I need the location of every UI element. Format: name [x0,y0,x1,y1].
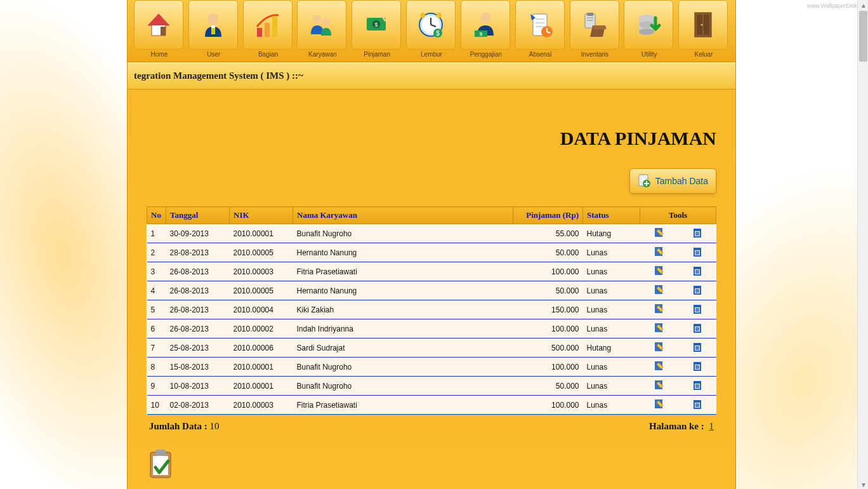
svg-point-18 [420,13,425,18]
toolbar-label: Karyawan [297,51,348,58]
jumlah-label: Jumlah Data : [149,421,207,431]
page-link-1[interactable]: 1 [709,421,714,431]
svg-marker-1 [148,14,169,25]
cell-nik: 2010.00002 [230,319,293,338]
col-status[interactable]: Status [583,207,640,224]
cell-nik: 2010.00001 [230,377,293,396]
edit-icon[interactable] [654,303,665,314]
edit-icon[interactable] [654,360,665,372]
content-area: DATA PINJAMAN Tambah Data No Tanggal NIK… [128,90,735,486]
toolbar-label: Utility [624,51,674,58]
jumlah-value: 10 [209,421,219,431]
cell-tanggal: 15-08-2013 [166,358,230,377]
cell-nama: Hernanto Nanung [293,243,513,262]
scroll-up-icon[interactable]: ▲ [860,2,866,8]
cell-tanggal: 28-08-2013 [166,243,230,262]
lembur-icon: $ [406,0,456,50]
edit-icon[interactable] [654,341,665,352]
svg-point-22 [480,13,490,23]
table-row: 326-08-20132010.00003Fitria Prasetiawati… [147,262,716,281]
penggajian-icon: $ [461,0,510,50]
inventaris-icon [570,0,619,50]
edit-icon[interactable] [654,284,665,295]
cell-nama: Hernanto Nanung [293,281,513,300]
cell-status: Lunas [583,396,640,415]
toolbar-label: Absensi [515,51,566,58]
system-banner: tegration Management System ( IMS ) ::~ [128,62,735,90]
cell-tanggal: 10-08-2013 [166,377,230,396]
cell-tanggal: 26-08-2013 [166,319,230,338]
cell-status: Lunas [583,281,640,300]
edit-icon[interactable] [654,227,665,238]
col-nik[interactable]: NIK [230,207,293,224]
edit-icon[interactable] [654,265,665,276]
delete-icon[interactable] [692,398,703,410]
toolbar-item-keluar[interactable]: Keluar [678,0,729,58]
delete-icon[interactable] [692,379,703,391]
delete-icon[interactable] [692,303,703,314]
edit-icon[interactable] [654,379,665,391]
svg-point-45 [701,24,703,26]
edit-icon[interactable] [654,322,665,333]
cell-tanggal: 25-08-2013 [166,338,230,358]
col-pinjaman[interactable]: Pinjaman (Rp) [513,207,583,224]
delete-icon[interactable] [692,284,703,295]
svg-rect-74 [694,305,701,307]
toolbar-item-lembur[interactable]: $Lembur [406,0,457,58]
svg-text:$: $ [375,22,378,28]
toolbar-item-home[interactable]: Home [134,0,185,58]
col-tanggal[interactable]: Tanggal [166,207,230,224]
svg-point-40 [639,29,654,35]
cell-nama: Bunafit Nugroho [293,358,513,377]
cell-no: 2 [147,243,166,262]
toolbar-label: Home [134,51,185,58]
edit-icon[interactable] [654,246,665,257]
svg-rect-44 [704,15,709,35]
cell-pinjaman: 55.000 [513,224,583,243]
toolbar-item-pinjaman[interactable]: $Pinjaman [352,0,402,58]
svg-rect-80 [694,324,701,326]
svg-rect-110 [155,450,166,456]
toolbar-item-utility[interactable]: Utility [624,0,674,58]
delete-icon[interactable] [692,246,703,257]
cell-status: Lunas [583,300,640,319]
report-icon[interactable] [147,448,716,480]
table-row: 815-08-20132010.00001Bunafit Nugroho100.… [147,358,716,377]
cell-tanggal: 30-09-2013 [166,224,230,243]
tambah-data-button[interactable]: Tambah Data [629,168,716,194]
scroll-down-icon[interactable]: ▼ [860,481,866,487]
delete-icon[interactable] [692,322,703,333]
toolbar-item-user[interactable]: User [188,0,239,58]
toolbar-item-bagian[interactable]: Bagian [243,0,294,58]
cell-nama: Sardi Sudrajat [293,338,513,358]
cell-tanggal: 02-08-2013 [166,396,230,415]
toolbar-item-karyawan[interactable]: Karyawan [297,0,348,58]
cell-nama: Bunafit Nugroho [293,377,513,396]
tambah-data-label: Tambah Data [655,176,708,186]
cell-nama: Fitria Prasetiawati [293,396,513,415]
delete-icon[interactable] [692,341,703,352]
toolbar-item-penggajian[interactable]: $Penggajian [461,0,511,58]
halaman: Halaman ke : 1 [649,421,714,432]
scrollbar-thumb[interactable] [859,11,867,62]
col-nama[interactable]: Nama Karyawan [293,207,513,224]
cell-pinjaman: 50.000 [513,281,583,300]
cell-pinjaman: 50.000 [513,243,583,262]
delete-icon[interactable] [692,360,703,372]
toolbar-item-absensi[interactable]: Absensi [515,0,566,58]
cell-no: 8 [147,358,166,377]
delete-icon[interactable] [692,227,703,238]
delete-icon[interactable] [692,265,703,276]
svg-rect-5 [211,25,215,28]
cell-no: 5 [147,300,166,319]
page-scrollbar[interactable]: ▲ ▼ [857,0,868,489]
col-tools: Tools [640,207,716,224]
toolbar-label: Bagian [243,51,294,58]
toolbar-label: User [188,51,239,58]
toolbar-label: Pinjaman [352,51,402,58]
wallpaper-watermark: www.WallpaperDisk.c [807,3,862,9]
toolbar-item-inventaris[interactable]: Inventaris [570,0,621,58]
svg-rect-86 [694,343,701,345]
col-no[interactable]: No [147,207,166,224]
edit-icon[interactable] [654,398,665,410]
